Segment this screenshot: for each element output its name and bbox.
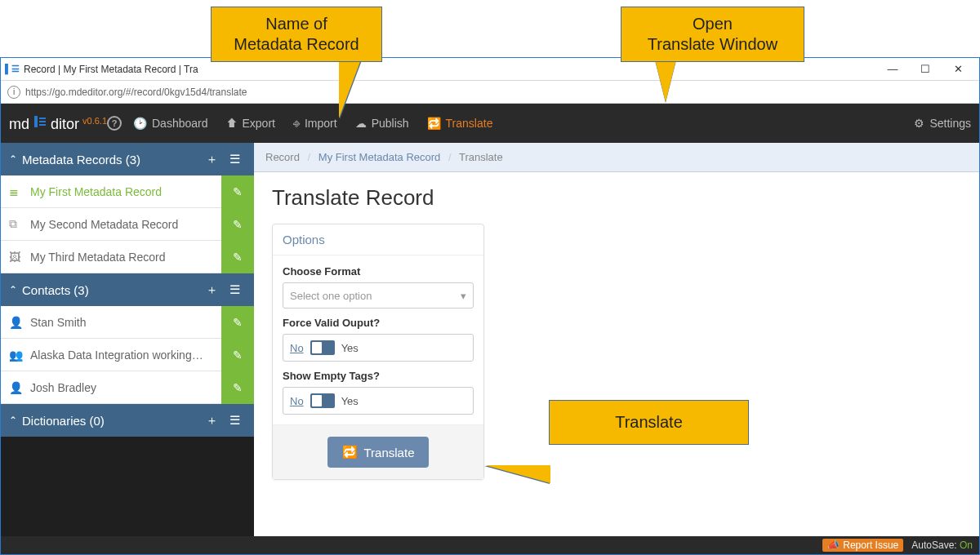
sidebar-item-label: Alaska Data Integration working… <box>30 349 221 362</box>
sidebar-item-contact-1[interactable]: 👤 Stan Smith ✎ <box>1 306 254 339</box>
crumb-link[interactable]: My First Metadata Record <box>318 151 441 163</box>
titlebar: ▌☰ Record | My First Metadata Record | T… <box>1 58 979 81</box>
users-icon: 👥 <box>9 349 25 362</box>
svg-rect-0 <box>34 116 38 127</box>
add-icon[interactable]: ＋ <box>200 152 223 167</box>
list-icon[interactable]: ☰ <box>223 152 246 166</box>
nav-import[interactable]: ⎆Import <box>293 117 337 130</box>
panel-body: Choose Format Select one option ▾ Force … <box>273 255 483 424</box>
nav-translate[interactable]: 🔁Translate <box>427 117 493 130</box>
sidebar-item-label: Josh Bradley <box>30 381 221 394</box>
sidebar-header-records[interactable]: ⌃ Metadata Records (3) ＋ ☰ <box>1 143 254 175</box>
nav-dashboard[interactable]: 🕑Dashboard <box>133 117 208 130</box>
sidebar-header-label: Metadata Records (3) <box>22 153 140 166</box>
report-issue-button[interactable]: 📣Report Issue <box>822 539 903 552</box>
list-icon[interactable]: ☰ <box>223 282 246 297</box>
window-title: Record | My First Metadata Record | Tra <box>24 64 198 75</box>
sidebar-item-contact-2[interactable]: 👥 Alaska Data Integration working… ✎ <box>1 339 254 371</box>
nav-export[interactable]: 🡅Export <box>226 117 275 130</box>
export-icon: 🡅 <box>226 117 238 130</box>
nav-label: Publish <box>372 117 409 130</box>
edit-button[interactable]: ✎ <box>221 371 254 404</box>
svg-rect-1 <box>39 118 46 119</box>
image-icon: 🖼 <box>9 251 25 264</box>
close-button[interactable]: ✕ <box>942 60 974 79</box>
toggle-yes: Yes <box>341 395 359 407</box>
nav-publish[interactable]: ☁Publish <box>355 117 409 130</box>
bullhorn-icon: 📣 <box>827 539 840 551</box>
crumb-sep: / <box>308 151 311 163</box>
show-empty-toggle[interactable]: No Yes <box>283 387 474 415</box>
breadcrumb: Record / My First Metadata Record / Tran… <box>254 143 979 172</box>
minimize-button[interactable]: — <box>876 60 909 79</box>
toggle-switch[interactable] <box>310 393 335 408</box>
edit-button[interactable]: ✎ <box>221 175 254 208</box>
edit-button[interactable]: ✎ <box>221 306 254 339</box>
nav-label: Dashboard <box>152 117 208 130</box>
nav-settings[interactable]: ⚙Settings <box>914 117 971 130</box>
callout-record-name-tail <box>339 53 363 118</box>
brand-logo-icon <box>33 114 47 129</box>
add-icon[interactable]: ＋ <box>200 282 223 298</box>
main: Record / My First Metadata Record / Tran… <box>254 143 979 536</box>
callout-text: Translate <box>615 413 683 431</box>
sidebar-header-label: Dictionaries (0) <box>22 414 105 428</box>
sidebar-item-label: My Third Metadata Record <box>30 251 221 264</box>
panel-title: Options <box>273 224 483 255</box>
nav-label: Translate <box>446 117 493 130</box>
panel-footer: 🔁 Translate <box>273 424 483 479</box>
sidebar-item-contact-3[interactable]: 👤 Josh Bradley ✎ <box>1 371 254 404</box>
help-icon[interactable]: ? <box>107 116 122 131</box>
maximize-button[interactable]: ☐ <box>909 60 942 79</box>
retweet-icon: 🔁 <box>427 117 441 130</box>
app: md ditor v0.6.1 ? 🕑Dashboard 🡅Export ⎆Im… <box>1 104 979 554</box>
callout-text: OpenTranslate Window <box>648 15 777 53</box>
autosave-status: AutoSave: On <box>911 539 973 551</box>
callout-open-translate: OpenTranslate Window <box>621 7 804 62</box>
brand[interactable]: md ditor v0.6.1 <box>9 114 107 133</box>
sidebar-item-record-2[interactable]: ⧉ My Second Metadata Record ✎ <box>1 208 254 241</box>
stack-icon: ≣ <box>9 185 25 198</box>
sidebar-item-record-1[interactable]: ≣ My First Metadata Record ✎ <box>1 175 254 208</box>
top-nav: md ditor v0.6.1 ? 🕑Dashboard 🡅Export ⎆Im… <box>1 104 979 143</box>
import-icon: ⎆ <box>293 117 300 130</box>
chevron-up-icon: ⌃ <box>9 153 17 165</box>
add-icon[interactable]: ＋ <box>200 413 223 428</box>
sidebar-item-label: My Second Metadata Record <box>30 218 221 231</box>
translate-button[interactable]: 🔁 Translate <box>327 437 430 468</box>
brand-ditor: ditor <box>51 116 79 133</box>
sidebar-item-record-3[interactable]: 🖼 My Third Metadata Record ✎ <box>1 241 254 273</box>
brand-md: md <box>9 116 29 133</box>
callout-translate: Translate <box>549 400 749 445</box>
report-label: Report Issue <box>843 539 898 551</box>
toggle-yes: Yes <box>341 342 359 354</box>
crumb-sep: / <box>448 151 452 163</box>
gear-icon: ⚙ <box>914 117 924 130</box>
force-valid-toggle[interactable]: No Yes <box>283 334 474 362</box>
brand-version: v0.6.1 <box>82 116 107 126</box>
sidebar-header-label: Contacts (3) <box>22 283 89 297</box>
sidebar-header-dictionaries[interactable]: ⌃ Dictionaries (0) ＋ ☰ <box>1 404 254 437</box>
sidebar-header-contacts[interactable]: ⌃ Contacts (3) ＋ ☰ <box>1 273 254 306</box>
info-icon[interactable]: i <box>7 86 20 99</box>
url-text: https://go.mdeditor.org/#/record/0kgv15d… <box>25 87 247 98</box>
crumb-root[interactable]: Record <box>265 151 300 163</box>
nav-label: Import <box>305 117 337 130</box>
choose-format-select[interactable]: Select one option ▾ <box>283 282 474 309</box>
chevron-up-icon: ⌃ <box>9 415 17 426</box>
force-valid-label: Force Valid Ouput? <box>283 317 474 329</box>
edit-button[interactable]: ✎ <box>221 241 254 273</box>
callout-record-name: Name ofMetadata Record <box>211 7 382 62</box>
callout-translate-tail <box>485 465 550 483</box>
address-bar[interactable]: i https://go.mdeditor.org/#/record/0kgv1… <box>1 81 979 104</box>
svg-rect-3 <box>39 124 46 126</box>
status-bar: 📣Report Issue AutoSave: On <box>1 536 979 554</box>
retweet-icon: 🔁 <box>342 445 358 460</box>
edit-button[interactable]: ✎ <box>221 339 254 371</box>
translate-button-label: Translate <box>364 446 415 460</box>
toggle-switch[interactable] <box>310 340 335 355</box>
chevron-down-icon: ▾ <box>461 290 466 302</box>
select-placeholder: Select one option <box>290 290 372 302</box>
edit-button[interactable]: ✎ <box>221 208 254 241</box>
list-icon[interactable]: ☰ <box>223 413 246 428</box>
